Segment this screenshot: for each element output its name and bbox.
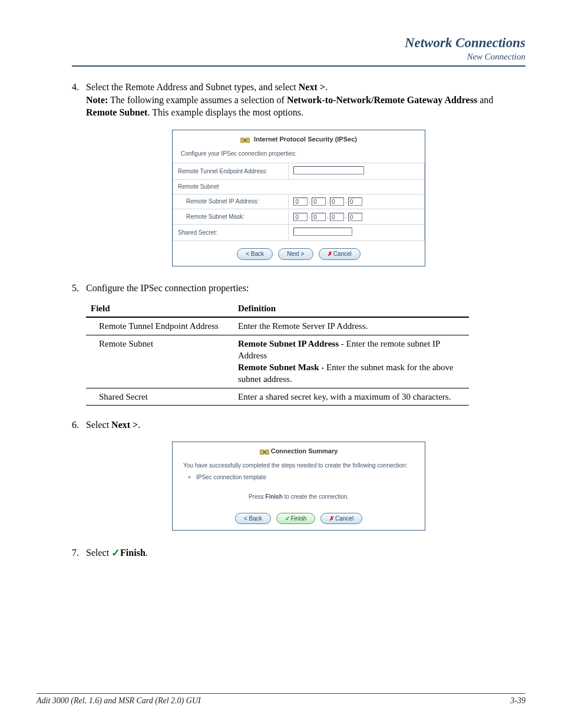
summary-title: Connection Summary — [271, 447, 338, 454]
step-6-text-c: . — [138, 420, 140, 430]
subnet-ip-octet-2[interactable]: 0 — [312, 197, 326, 206]
finish-button-label: Finish — [291, 515, 307, 522]
label-endpoint: Remote Tunnel Endpoint Address: — [173, 163, 289, 180]
back-button[interactable]: < Back — [237, 248, 273, 260]
step-7-finish-label: Finish — [120, 548, 146, 558]
step-4: 4.Select the Remote Address and Subnet t… — [72, 81, 525, 266]
svg-rect-3 — [260, 450, 264, 454]
check-icon: ✓ — [285, 515, 290, 522]
figure-2-wrap: Connection Summary You have successfully… — [72, 442, 525, 531]
finish-button[interactable]: ✓Finish — [276, 513, 316, 525]
check-icon: ✓ — [111, 547, 120, 559]
running-header: Network Connections New Connection — [72, 35, 525, 62]
ipsec-icon — [260, 447, 271, 454]
step-number: 4. — [72, 81, 86, 94]
svg-rect-5 — [263, 451, 266, 453]
summary-message: You have successfully completed the step… — [173, 458, 425, 470]
definition-table: Field Definition Remote Tunnel Endpoint … — [86, 300, 469, 406]
footer-page-number: 3-39 — [510, 696, 525, 706]
step-6: 6.Select Next >. Connection Summary You … — [72, 419, 525, 531]
step-4-text-a: Select the Remote Address and Subnet typ… — [86, 82, 299, 92]
subnet-ip-octet-4[interactable]: 0 — [348, 197, 362, 206]
note-bold-1: Network-to-Network/Remote Gateway Addres… — [287, 95, 477, 105]
summary-bullet-list: IPSec connection template — [196, 473, 425, 482]
dot: . — [326, 197, 330, 206]
def-row-secret: Shared Secret Enter a shared secret key,… — [86, 388, 469, 405]
cell-endpoint-input — [289, 163, 425, 180]
step-5-text: Configure the IPSec connection propertie… — [86, 283, 249, 293]
label-subnet-mask: Remote Subnet Mask: — [173, 209, 289, 224]
page-content: 4.Select the Remote Address and Subnet t… — [72, 81, 525, 561]
row-subnet-mask: Remote Subnet Mask: 0.0.0.0 — [173, 209, 425, 224]
summary-bullet-item: IPSec connection template — [196, 473, 425, 482]
cell-shared-secret — [289, 224, 425, 241]
x-icon: ✗ — [328, 251, 332, 257]
row-subnet-ip: Remote Subnet IP Address: 0.0.0.0 — [173, 194, 425, 209]
def-field-secret: Shared Secret — [86, 388, 233, 405]
page: Network Connections New Connection 4.Sel… — [0, 0, 562, 728]
step-4-text-c: . — [325, 82, 328, 92]
dot: . — [344, 212, 348, 220]
def-row-endpoint: Remote Tunnel Endpoint Address Enter the… — [86, 317, 469, 335]
chapter-title: Network Connections — [72, 35, 525, 51]
subnet-ip-octet-3[interactable]: 0 — [330, 197, 344, 206]
subnet-mask-octet-2[interactable]: 0 — [312, 213, 326, 221]
connection-summary-panel: Connection Summary You have successfully… — [172, 442, 425, 531]
def-subnet-ip-bold: Remote Subnet IP Address — [238, 339, 339, 348]
press-a: Press — [249, 493, 265, 500]
label-shared-secret: Shared Secret: — [173, 224, 289, 241]
cancel-button-label: Cancel — [333, 251, 352, 257]
dot: . — [308, 212, 312, 220]
ipsec-config-panel: Internet Protocol Security (IPSec) Confi… — [172, 130, 425, 266]
next-button[interactable]: Next > — [278, 248, 313, 260]
label-subnet-ip: Remote Subnet IP Address: — [173, 194, 289, 209]
back-button[interactable]: < Back — [235, 513, 271, 525]
row-remote-subnet: Remote Subnet — [173, 180, 425, 195]
cancel-button[interactable]: ✗Cancel — [319, 248, 361, 260]
note-label: Note: — [86, 95, 108, 105]
def-field-endpoint: Remote Tunnel Endpoint Address — [86, 317, 233, 335]
figure-1-wrap: Internet Protocol Security (IPSec) Confi… — [72, 130, 525, 266]
ipsec-button-row: < Back Next > ✗Cancel — [173, 241, 425, 266]
svg-rect-1 — [246, 138, 250, 143]
subnet-ip-octet-1[interactable]: 0 — [293, 197, 308, 206]
subnet-mask-octet-1[interactable]: 0 — [293, 213, 308, 221]
step-5: 5.Configure the IPSec connection propert… — [72, 282, 525, 406]
def-header-row: Field Definition — [86, 300, 469, 317]
header-rule — [72, 65, 525, 67]
note-text-a: The following example assumes a selectio… — [108, 95, 287, 105]
press-c: to create the connection. — [283, 493, 349, 500]
cell-subnet-mask: 0.0.0.0 — [289, 209, 425, 224]
step-4-next-label: Next > — [299, 82, 325, 92]
summary-press-text: Press Finish to create the connection. — [173, 487, 425, 506]
svg-rect-0 — [240, 138, 244, 143]
dot: . — [308, 197, 312, 206]
cancel-button[interactable]: ✗Cancel — [320, 513, 362, 525]
row-shared-secret: Shared Secret: — [173, 224, 425, 241]
svg-rect-4 — [265, 450, 269, 454]
step-7-text-c: . — [146, 548, 148, 558]
summary-title-row: Connection Summary — [173, 442, 425, 458]
note-text-c: and — [477, 95, 493, 105]
cancel-button-label: Cancel — [335, 515, 353, 522]
def-definition-endpoint: Enter the Remote Server IP Address. — [233, 317, 469, 335]
shared-secret-input[interactable] — [293, 228, 352, 236]
subnet-mask-octet-3[interactable]: 0 — [330, 213, 344, 221]
note-text-e: . This example displays the most options… — [147, 107, 303, 117]
cell-subnet-ip: 0.0.0.0 — [289, 194, 425, 209]
ipsec-icon — [240, 136, 252, 143]
section-title: New Connection — [72, 52, 525, 62]
page-footer: Adit 3000 (Rel. 1.6) and MSR Card (Rel 2… — [37, 693, 525, 706]
step-7-text-a: Select — [86, 548, 111, 558]
svg-rect-2 — [244, 139, 246, 141]
row-endpoint: Remote Tunnel Endpoint Address: — [173, 163, 425, 180]
press-finish-bold: Finish — [265, 493, 282, 500]
def-subnet-mask-bold: Remote Subnet Mask — [238, 363, 319, 372]
endpoint-address-input[interactable] — [293, 166, 364, 174]
subnet-mask-octet-4[interactable]: 0 — [348, 213, 362, 221]
step-number: 6. — [72, 419, 86, 431]
step-number: 7. — [72, 546, 86, 559]
note-bold-2: Remote Subnet — [86, 107, 147, 117]
ipsec-panel-subtitle: Configure your IPSec connection properti… — [173, 147, 425, 163]
footer-left: Adit 3000 (Rel. 1.6) and MSR Card (Rel 2… — [37, 696, 201, 706]
